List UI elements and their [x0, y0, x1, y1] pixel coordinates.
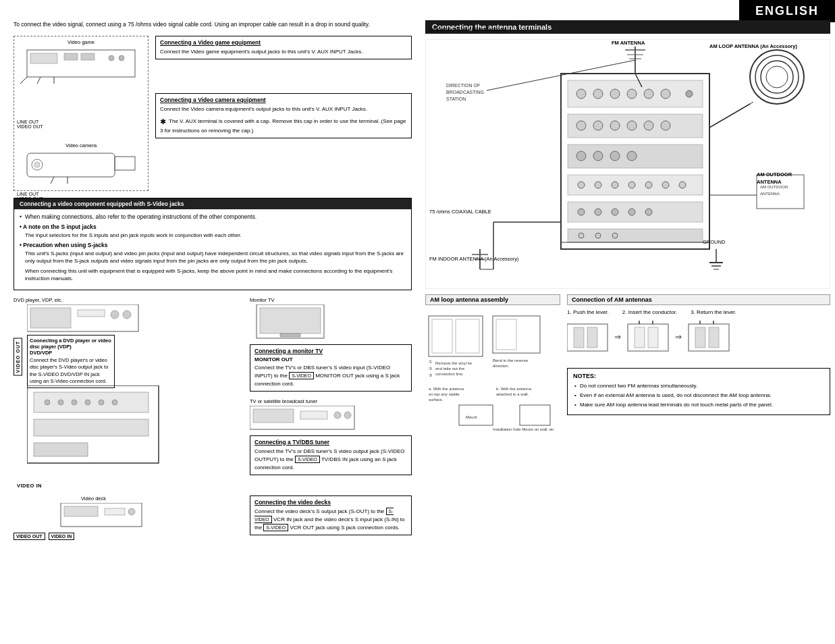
svg-point-79: [595, 233, 601, 238]
svg-text:attached to a wall.: attached to a wall.: [496, 392, 529, 396]
svg-text:Bend in the reverse: Bend in the reverse: [493, 358, 529, 363]
svg-rect-36: [280, 333, 300, 337]
note-item-1: Do not connect two FM antennas simultane…: [573, 382, 824, 390]
svg-point-12: [34, 162, 40, 167]
dvd-callout-text: Connect the DVD player's or video disc p…: [30, 357, 112, 385]
svg-text:DIRECTION OF: DIRECTION OF: [446, 83, 480, 88]
svg-rect-3: [81, 53, 95, 60]
svg-rect-146: [709, 327, 719, 348]
video-deck-label: Video deck: [81, 495, 243, 502]
video-io-labels-bottom: VIDEO OUT VIDEO IN: [14, 533, 243, 540]
svideo-device-area: VIDEO OUT Connecting a DVD pla: [14, 304, 243, 480]
svg-point-57: [661, 121, 670, 130]
svg-text:BROADCASTING: BROADCASTING: [446, 90, 484, 95]
dvd-callout-subtitle: DVD/VDP: [30, 350, 112, 356]
svg-rect-32: [105, 508, 125, 515]
svg-point-40: [334, 412, 341, 419]
am-loop-title: AM loop antenna assembly: [425, 294, 560, 305]
svg-rect-29: [34, 443, 88, 456]
tvdbs-callout-title: Connecting a TV/DBS tuner: [254, 439, 407, 446]
lower-diagram-devices: DVD player, VDP, etc. VIDEO OUT: [14, 297, 243, 540]
svg-point-73: [595, 209, 601, 215]
svg-text:connection line.: connection line.: [435, 372, 464, 376]
dvd-callout-title: Connecting a DVD player or video disc pl…: [30, 338, 112, 350]
svg-point-72: [578, 209, 585, 215]
svg-point-47: [627, 89, 637, 99]
svideo-note2-text1: This unit's S-jacks (input and output) a…: [25, 250, 406, 265]
svg-point-18: [111, 311, 119, 319]
svg-point-46: [610, 89, 620, 99]
video-in-bottom-label: VIDEO IN: [49, 533, 75, 540]
svg-point-19: [123, 311, 131, 319]
svideo-highlight2: S-VIDEO: [295, 456, 320, 463]
svg-point-83: [761, 61, 793, 93]
svg-text:Installation hole Mount on wal: Installation hole Mount on wall, etc.: [493, 427, 554, 431]
monitor-callout: Connecting a monitor TV MONITOR OUT Conn…: [250, 344, 412, 392]
device-diagram: Video game LINE OUT VIDEO OUT Video came: [14, 36, 149, 191]
svg-rect-114: [456, 319, 479, 353]
video-game-callout-text: Connect the Video game equipment's outpu…: [160, 48, 407, 56]
video-game-label: Video game: [17, 39, 145, 45]
left-column: To connect the video signal, connect usi…: [14, 20, 412, 540]
svideo-body: When making connections, also refer to t…: [14, 209, 411, 290]
dvd-callout: Connecting a DVD player or video disc pl…: [27, 335, 115, 388]
video-deck-area: Video deck: [14, 495, 243, 531]
svg-text:③: ③: [429, 373, 432, 377]
svideo-note2-title: • Precaution when using S-jacks: [20, 242, 406, 248]
svg-rect-2: [64, 53, 78, 60]
svg-text:surface.: surface.: [429, 398, 443, 402]
svg-point-54: [610, 121, 620, 130]
video-game-callout-title: Connecting a Video game equipment: [160, 39, 407, 46]
svg-text:on top any stable: on top any stable: [429, 392, 460, 396]
svg-text:b. With the antenna: b. With the antenna: [496, 387, 532, 391]
am-loop-section: AM loop antenna assembly ① ② ③ Remove th…: [425, 294, 830, 432]
svg-text:①: ①: [429, 360, 432, 364]
svg-line-6: [20, 77, 27, 84]
notes-title: NOTES:: [573, 373, 824, 379]
svg-rect-16: [30, 308, 71, 328]
svideo-highlight1: S-VIDEO: [289, 372, 314, 379]
video-camera-callout: Connecting a Video camera equipment Conn…: [155, 93, 412, 139]
svg-rect-145: [695, 327, 705, 348]
svg-point-62: [627, 151, 637, 161]
svg-point-55: [627, 121, 637, 130]
svg-rect-28: [34, 419, 149, 436]
video-out-label-top: VIDEO OUT: [17, 124, 145, 129]
svg-text:Mount: Mount: [466, 415, 477, 419]
svideo-section: Connecting a video component equipped wi…: [14, 198, 412, 290]
svg-point-22: [45, 400, 50, 405]
svg-point-65: [595, 182, 601, 188]
language-banner: ENGLISH: [739, 0, 835, 22]
svg-text:a. With the antenna: a. With the antenna: [429, 387, 464, 391]
svg-point-23: [58, 400, 63, 405]
svg-point-82: [755, 55, 799, 99]
svg-point-26: [99, 400, 104, 405]
svg-point-61: [610, 151, 620, 161]
svg-rect-122: [496, 319, 516, 350]
am-loop-assembly: AM loop antenna assembly ① ② ③ Remove th…: [425, 294, 560, 432]
videodeck-callout: Connecting the video decks Connect the v…: [250, 495, 412, 535]
svg-rect-140: [648, 327, 658, 348]
tvdbs-callout: Connecting a TV/DBS tuner Connect the TV…: [250, 435, 412, 475]
svg-line-7: [37, 77, 41, 84]
svg-line-86: [713, 102, 753, 126]
svg-point-25: [85, 400, 90, 405]
svg-point-70: [679, 182, 686, 188]
svg-text:②: ②: [429, 367, 432, 371]
svg-rect-113: [432, 319, 452, 353]
step2-container: 2. Insert the conductor.: [622, 309, 677, 315]
svg-point-64: [578, 182, 585, 188]
svg-point-48: [644, 89, 653, 99]
svideo-note2-text2: When connecting this unit with equipment…: [25, 267, 406, 282]
monitor-tv-label: Monitor TV: [250, 297, 412, 303]
svg-point-4: [109, 55, 114, 61]
svg-point-52: [576, 121, 586, 130]
svg-text:Remove the vinyl tie: Remove the vinyl tie: [435, 361, 473, 365]
coaxial-cable-label: 75 /ohms COAXIAL CABLE: [429, 209, 491, 216]
am-connection-steps: 1. Push the lever. 2. Insert the conduct…: [567, 309, 830, 315]
svg-point-53: [593, 121, 603, 130]
note-item-2: Even if an external AM antenna is used, …: [573, 392, 824, 400]
monitor-callout-title: Connecting a monitor TV: [254, 348, 407, 354]
svg-point-69: [662, 182, 669, 188]
main-content: To connect the video signal, connect usi…: [14, 20, 821, 630]
